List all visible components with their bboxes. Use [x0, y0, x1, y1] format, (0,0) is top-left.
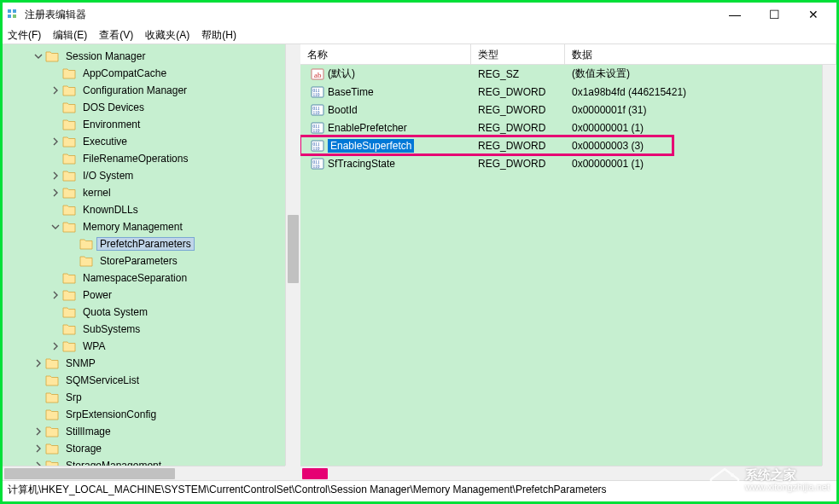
registry-value-row[interactable]: 011110BootIdREG_DWORD0x0000001f (31) — [300, 101, 836, 119]
menu-view[interactable]: 查看(V) — [99, 28, 133, 43]
watermark: 系统之家 www.xitongzhijia.net — [708, 464, 830, 498]
folder-icon — [62, 221, 76, 233]
list-body[interactable]: ab(默认)REG_SZ(数值未设置)011110BaseTimeREG_DWO… — [300, 65, 836, 172]
folder-icon — [62, 306, 76, 318]
chevron-right-icon[interactable] — [49, 135, 62, 148]
value-name-cell: 011110SfTracingState — [300, 157, 471, 171]
svg-text:110: 110 — [313, 110, 320, 115]
list-scrollbar-v[interactable] — [822, 65, 836, 466]
tree-item[interactable]: PrefetchParameters — [4, 235, 300, 252]
binary-value-icon: 011110 — [311, 121, 324, 135]
folder-icon — [62, 101, 76, 113]
value-name-cell: 011110BootId — [300, 103, 471, 117]
menu-edit[interactable]: 编辑(E) — [53, 28, 87, 43]
chevron-right-icon[interactable] — [49, 339, 62, 353]
tree-item[interactable]: SNMP — [4, 355, 300, 372]
tree-item-label: StoreParameters — [96, 254, 181, 268]
chevron-right-icon[interactable] — [32, 442, 45, 455]
folder-icon — [45, 357, 59, 369]
tree-item[interactable]: SubSystems — [4, 321, 300, 338]
col-header-data[interactable]: 数据 — [565, 44, 836, 64]
tree[interactable]: Session ManagerAppCompatCacheConfigurati… — [3, 44, 300, 480]
value-type: REG_DWORD — [471, 158, 565, 170]
chevron-right-icon[interactable] — [49, 288, 62, 302]
chevron-right-icon[interactable] — [49, 169, 62, 182]
value-name: EnableSuperfetch — [328, 139, 414, 153]
list-pane: 名称 类型 数据 ab(默认)REG_SZ(数值未设置)011110BaseTi… — [300, 44, 836, 480]
registry-value-row[interactable]: 011110BaseTimeREG_DWORD0x1a98b4fd (44621… — [300, 83, 836, 101]
tree-item[interactable]: KnownDLLs — [4, 201, 300, 218]
registry-value-row[interactable]: 011110EnablePrefetcherREG_DWORD0x0000000… — [300, 119, 836, 136]
menu-help[interactable]: 帮助(H) — [201, 28, 236, 43]
tree-item[interactable]: Srp — [4, 389, 300, 406]
folder-icon — [45, 426, 59, 437]
chevron-down-icon[interactable] — [32, 49, 45, 63]
tree-item[interactable]: Configuration Manager — [4, 82, 300, 99]
menu-file[interactable]: 文件(F) — [8, 28, 41, 43]
tree-item[interactable]: Power — [4, 287, 300, 304]
chevron-right-icon[interactable] — [49, 186, 62, 200]
tree-item[interactable]: NamespaceSeparation — [4, 269, 300, 287]
col-header-type[interactable]: 类型 — [471, 44, 565, 64]
tree-item-label: SrpExtensionConfig — [62, 408, 160, 421]
value-name: SfTracingState — [328, 158, 395, 170]
binary-value-icon: 011110 — [311, 157, 324, 171]
tree-item[interactable]: SrpExtensionConfig — [4, 406, 300, 423]
tree-item-label: PrefetchParameters — [96, 237, 195, 251]
folder-icon — [45, 50, 59, 62]
tree-item[interactable]: Session Manager — [4, 48, 300, 65]
registry-value-row[interactable]: ab(默认)REG_SZ(数值未设置) — [300, 65, 836, 83]
tree-item[interactable]: SQMServiceList — [4, 372, 300, 389]
app-icon — [6, 8, 20, 21]
tree-item-label: NamespaceSeparation — [79, 271, 190, 285]
status-path: 计算机\HKEY_LOCAL_MACHINE\SYSTEM\CurrentCon… — [8, 483, 607, 497]
tree-item[interactable]: DOS Devices — [4, 99, 300, 116]
menu-favorites[interactable]: 收藏夹(A) — [145, 28, 189, 43]
value-data: 0x00000001 (1) — [565, 122, 836, 134]
binary-value-icon: 011110 — [311, 139, 324, 153]
tree-item[interactable]: AppCompatCache — [4, 65, 300, 82]
tree-item[interactable]: Environment — [4, 116, 300, 133]
close-button[interactable]: ✕ — [794, 3, 833, 26]
tree-item[interactable]: StillImage — [4, 423, 300, 440]
list-header: 名称 类型 数据 — [300, 44, 836, 65]
folder-icon — [62, 119, 76, 130]
folder-icon — [62, 67, 76, 79]
tree-item[interactable]: kernel — [4, 184, 300, 201]
svg-rect-3 — [13, 14, 16, 18]
value-name: (默认) — [328, 67, 355, 81]
col-header-name[interactable]: 名称 — [300, 44, 471, 64]
tree-item[interactable]: Executive — [4, 133, 300, 150]
folder-icon — [45, 374, 59, 386]
svg-text:110: 110 — [313, 146, 320, 151]
minimize-button[interactable]: — — [715, 3, 755, 26]
folder-icon — [79, 238, 93, 250]
chevron-right-icon[interactable] — [49, 84, 62, 97]
registry-value-row[interactable]: 011110SfTracingStateREG_DWORD0x00000001 … — [300, 154, 836, 172]
tree-item[interactable]: StoreParameters — [4, 252, 300, 269]
maximize-button[interactable]: ☐ — [755, 3, 794, 26]
folder-icon — [79, 255, 93, 267]
value-type: REG_DWORD — [471, 122, 565, 134]
tree-item[interactable]: Memory Management — [4, 218, 300, 235]
tree-item[interactable]: WPA — [4, 338, 300, 355]
chevron-right-icon[interactable] — [32, 425, 45, 438]
tree-item-label: DOS Devices — [79, 101, 148, 114]
tree-item-label: StillImage — [62, 425, 114, 438]
tree-item[interactable]: I/O System — [4, 167, 300, 184]
tree-item[interactable]: FileRenameOperations — [4, 150, 300, 167]
tree-item-label: kernel — [79, 186, 114, 200]
tree-item[interactable]: Quota System — [4, 304, 300, 321]
value-name-cell: 011110BaseTime — [300, 85, 471, 99]
chevron-right-icon[interactable] — [32, 356, 45, 370]
registry-value-row[interactable]: 011110EnableSuperfetchREG_DWORD0x0000000… — [300, 136, 836, 154]
folder-icon — [62, 272, 76, 284]
svg-rect-1 — [13, 9, 16, 13]
tree-scrollbar-h[interactable] — [3, 466, 285, 480]
tree-item-label: Storage — [62, 442, 105, 455]
tree-scrollbar-v[interactable] — [285, 44, 300, 466]
chevron-down-icon[interactable] — [49, 220, 62, 234]
svg-rect-2 — [8, 14, 11, 18]
folder-icon — [45, 443, 59, 455]
tree-item[interactable]: Storage — [4, 440, 300, 457]
